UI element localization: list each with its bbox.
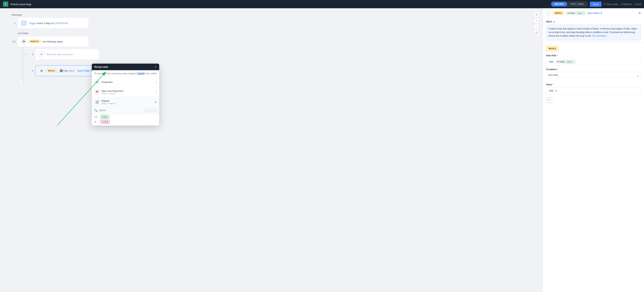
- properties-label: Properties: [102, 81, 112, 83]
- add-condition-button[interactable]: +: [546, 97, 552, 103]
- popup-item-properties[interactable]: ⚙ Properties ›: [92, 77, 159, 87]
- value-number: 4: [556, 89, 557, 92]
- search-magnifier-icon: 🔍: [94, 109, 98, 112]
- panel-step2-chip: Step 2: [576, 12, 584, 15]
- data-field-pill: ⊞ Index Step 2: [556, 60, 576, 64]
- help-section: HELP ∧ Create a loop that repeats a fixe…: [543, 18, 644, 43]
- test-recipe-link[interactable]: ⟳ Test recipe: [604, 3, 618, 6]
- pill-index-text: Index: [63, 70, 68, 72]
- add-step-button[interactable]: +: [18, 80, 23, 85]
- app-title: Fixed-count loop: [10, 3, 548, 6]
- pill-icon: ⊞: [60, 69, 62, 72]
- share-icon[interactable]: ↗: [546, 11, 551, 16]
- popup-title: Recipe data: [94, 66, 108, 68]
- help-chevron-icon: ∧: [553, 21, 555, 23]
- while-condition-text: less than 4: [78, 69, 92, 72]
- topnav-right: Save ⟳ Test recipe ↺ Refresh ✕ Exit: [590, 2, 641, 7]
- recurring-sublabel: (Step 1 output): [102, 92, 123, 95]
- panel-index-text: Index: [570, 12, 575, 15]
- tab-recipe[interactable]: RECIPE: [551, 2, 567, 6]
- panel-close-button[interactable]: ✕: [638, 11, 641, 15]
- search-nav: ∧ ∨ ✕: [144, 108, 157, 112]
- popup-header: Recipe data ⤢: [92, 64, 159, 70]
- condition-field-label: Condition *: [546, 68, 641, 71]
- popup-search-bar: 🔍 ∧ ∨ ✕: [92, 107, 159, 114]
- index-pill-row: 123 Index: [94, 115, 156, 119]
- repeat-badge: REPEAT: [29, 40, 41, 43]
- is-first-icon: 👁: [94, 120, 99, 123]
- step-2-text: the following steps: [43, 40, 63, 43]
- step-card-3[interactable]: ＋ Select an app and action: [35, 49, 99, 60]
- step-3-text: Select an app and action: [46, 53, 73, 56]
- step-num-3: 3: [30, 53, 33, 56]
- bottom-connector: [22, 76, 23, 80]
- while-badge: WHILE: [46, 69, 57, 72]
- branch-connector-3: [23, 54, 28, 54]
- abc-badge-data: ABC: [548, 61, 554, 63]
- repeat-collapse-icon: ∧: [155, 101, 156, 103]
- repeat-step-icon: ⟳: [21, 39, 27, 45]
- recurring-icon: 📅: [94, 89, 100, 95]
- step-row-1: 1 🕐 Trigger every 5 days at 12:00:00 AM: [11, 18, 532, 29]
- step-num-1: 1: [11, 22, 16, 25]
- step-1-text: Trigger every 5 days at 12:00:00 AM: [29, 22, 68, 25]
- condition-select[interactable]: less than greater than equal to not equa…: [546, 72, 641, 78]
- trigger-icon: 🕐: [21, 20, 27, 26]
- repeat-icon: 🔄: [94, 99, 100, 104]
- data-field-pill-icon: ⊞: [557, 61, 558, 63]
- pill-step2-text: Step 2: [69, 70, 74, 72]
- properties-arrow-icon: ›: [156, 81, 156, 83]
- panel-header: ↗ WHILE ⊞ Index Step 2 less than 4 ✕: [543, 8, 644, 18]
- step-row-2: ▾ 2 ⟳ REPEAT the following steps: [11, 36, 532, 47]
- step-card-4[interactable]: ↺ WHILE ⊞ Index Step 2 less than 4: [35, 65, 99, 76]
- datapill-example: datapill: [136, 72, 145, 75]
- right-panel: ↗ WHILE ⊞ Index Step 2 less than 4 ✕ HEL…: [543, 8, 644, 292]
- step-card-1[interactable]: 🕐 Trigger every 5 days at 12:00:00 AM: [18, 18, 89, 29]
- action-icon: ＋: [38, 51, 44, 57]
- data-field-label: Data field *: [546, 54, 641, 57]
- popup-item-repeat[interactable]: 🔄 Repeat (Step 2 output) ∧: [92, 97, 159, 107]
- panel-condition-text: less than 4: [588, 12, 602, 15]
- help-header[interactable]: HELP ∧: [546, 21, 641, 23]
- search-clear-button[interactable]: ✕: [153, 108, 157, 112]
- test-recipe-icon: ⟳: [604, 3, 606, 6]
- abc-badge-value: ABC: [548, 90, 554, 92]
- step-card-2[interactable]: ⟳ REPEAT the following steps: [18, 36, 89, 47]
- main-layout: ↺ + − ⊡ TRIGGER 1 🕐 Trigger every 5 days…: [0, 8, 644, 292]
- panel-while-badge: WHILE: [553, 11, 564, 15]
- help-content: Create a loop that repeats a fixed numbe…: [546, 25, 641, 40]
- popup-header-icons: ⤢: [154, 66, 156, 68]
- is-first-pill[interactable]: Is first: [100, 120, 110, 124]
- exit-link[interactable]: ✕ Exit: [634, 3, 641, 6]
- help-label: HELP: [546, 21, 552, 23]
- branch-content: 3 ＋ Select an app and action 4 ↺: [23, 47, 99, 76]
- recurring-arrow-icon: ›: [156, 91, 156, 93]
- data-field-step: Step 2: [566, 60, 574, 63]
- is-first-pill-row: 👁 Is first: [94, 120, 156, 124]
- search-prev-button[interactable]: ∧: [144, 108, 148, 112]
- save-button[interactable]: Save: [590, 2, 602, 7]
- panel-pill-icon: ⊞: [568, 12, 569, 14]
- step-num-2: ▾ 2: [11, 40, 16, 43]
- canvas: ↺ + − ⊡ TRIGGER 1 🕐 Trigger every 5 days…: [0, 8, 543, 292]
- popup-item-recurring[interactable]: 📅 New recurring event (Step 1 output) ›: [92, 87, 159, 97]
- step-row-4: 4 ↺ WHILE ⊞ Index Step 2 less than 4: [28, 65, 99, 76]
- search-next-button[interactable]: ∨: [149, 108, 152, 112]
- index-step2-pill: ⊞ Index Step 2: [59, 69, 76, 72]
- popup-expand-icon[interactable]: ⤢: [154, 66, 156, 68]
- while-section: WHILE Data field * ABC ⊞ Index Step 2 Co…: [543, 43, 644, 106]
- search-input[interactable]: [99, 109, 143, 112]
- recurring-label: New recurring event: [102, 89, 123, 92]
- tab-test-jobs[interactable]: TEST JOBS: [567, 2, 587, 6]
- refresh-link[interactable]: ↺ Refresh: [620, 3, 632, 6]
- data-field-box[interactable]: ABC ⊞ Index Step 2: [546, 58, 641, 66]
- panel-index-pill: ⊞ Index Step 2: [566, 11, 586, 15]
- app-logo: ≡: [3, 2, 8, 7]
- value-box[interactable]: ABC 4: [546, 87, 641, 95]
- repeat-sublabel: (Step 2 output): [102, 102, 115, 104]
- see-examples-link[interactable]: See examples: [592, 35, 606, 37]
- popup-subtitle: To use data from a previous step, drag i…: [92, 70, 159, 77]
- data-field-index: Index: [559, 60, 565, 63]
- index-pill[interactable]: Index: [100, 115, 109, 119]
- connector-1: [22, 29, 23, 32]
